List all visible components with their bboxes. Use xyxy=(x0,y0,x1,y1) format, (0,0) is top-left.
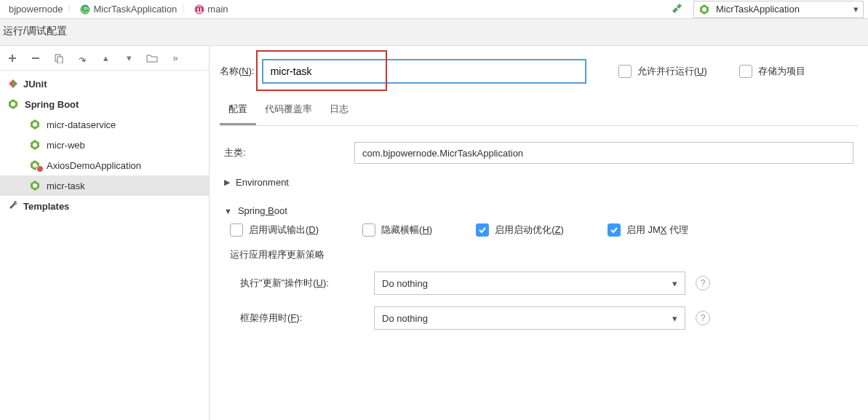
chevron-down-icon: ▾ xyxy=(672,313,677,324)
spring-boot-section-header[interactable]: ▼ Spring Boot xyxy=(224,205,853,216)
name-input[interactable] xyxy=(262,59,586,84)
on-frame-deactivate-value: Do nothing xyxy=(382,313,428,324)
svg-text:m: m xyxy=(196,4,204,14)
tree-node-child[interactable]: micr-web xyxy=(0,135,209,155)
junit-icon xyxy=(7,78,19,90)
name-label: 名称(N): xyxy=(220,65,255,78)
help-icon[interactable]: ? xyxy=(696,311,710,325)
enable-optimize-label: 启用启动优化(Z) xyxy=(495,223,564,237)
tab-logs[interactable]: 日志 xyxy=(321,97,357,125)
hide-banner-label: 隐藏横幅(H) xyxy=(381,223,432,237)
on-frame-deactivate-dropdown[interactable]: Do nothing ▾ xyxy=(374,306,685,330)
spring-boot-icon xyxy=(29,139,42,151)
allow-parallel-label: 允许并行运行(U) xyxy=(637,65,707,78)
config-form-panel: 名称(N): 允许并行运行(U) 存储为项目 配置 代码覆盖率 日志 主类: xyxy=(210,46,868,420)
build-icon[interactable] xyxy=(670,4,682,15)
chevron-down-icon: ▼ xyxy=(224,207,232,215)
svg-point-4 xyxy=(702,7,706,12)
remove-button[interactable] xyxy=(29,52,42,65)
tree-node-springboot[interactable]: Spring Boot xyxy=(0,94,209,114)
tree-node-junit[interactable]: JUnit xyxy=(0,74,209,94)
tree-label: micr-task xyxy=(47,181,85,191)
svg-point-9 xyxy=(33,122,37,127)
svg-rect-7 xyxy=(57,57,63,63)
breadcrumb-label: bjpowernode xyxy=(9,4,63,15)
breadcrumb-item[interactable]: m main xyxy=(190,4,232,15)
enable-debug-checkbox[interactable] xyxy=(230,223,243,237)
tree-node-templates[interactable]: Templates xyxy=(0,196,209,216)
tree-label: micr-web xyxy=(47,140,85,151)
breadcrumb-item[interactable]: bjpowernode xyxy=(4,4,67,15)
spring-boot-icon xyxy=(698,4,712,15)
enable-optimize-checkbox[interactable] xyxy=(476,223,489,237)
enable-jmx-label: 启用 JMX 代理 xyxy=(626,223,688,237)
svg-rect-5 xyxy=(32,58,39,59)
hide-banner-checkbox[interactable] xyxy=(362,223,375,237)
breadcrumb-bar: bjpowernode 〉 C MicrTaskApplication 〉 m … xyxy=(0,0,868,19)
store-project-label: 存储为项目 xyxy=(758,65,805,78)
up-button[interactable]: ▴ xyxy=(99,52,112,65)
enable-jmx-checkbox[interactable] xyxy=(608,223,621,237)
on-update-dropdown[interactable]: Do nothing ▾ xyxy=(374,272,685,295)
folder-button[interactable] xyxy=(146,52,159,65)
breadcrumb-label: MicrTaskApplication xyxy=(93,4,177,15)
tree-node-child-selected[interactable]: micr-task xyxy=(0,175,209,196)
svg-point-11 xyxy=(33,163,37,167)
svg-point-8 xyxy=(11,102,15,106)
tree-node-child[interactable]: AxiosDemoApplication xyxy=(0,155,209,175)
tree-label: JUnit xyxy=(23,79,47,90)
add-button[interactable] xyxy=(6,52,19,65)
environment-label: Environment xyxy=(236,177,289,188)
tree-toolbar: ▴ ▾ » xyxy=(0,46,209,71)
wrench-icon xyxy=(7,199,19,213)
spring-boot-label: Spring Boot xyxy=(238,205,287,216)
tree-label: Spring Boot xyxy=(25,99,79,110)
on-update-value: Do nothing xyxy=(382,278,428,289)
main-class-input[interactable]: com.bjpowernode.MicrTaskApplication xyxy=(354,142,853,164)
method-icon: m xyxy=(194,4,204,15)
class-icon: C xyxy=(80,4,90,15)
environment-section-header[interactable]: ▶ Environment xyxy=(224,177,853,188)
breadcrumb-label: main xyxy=(207,4,228,15)
run-config-label: MicrTaskApplication xyxy=(716,4,800,15)
store-project-checkbox[interactable] xyxy=(739,65,752,78)
edit-button[interactable] xyxy=(76,52,89,65)
dialog-title: 运行/调试配置 xyxy=(0,19,868,46)
on-frame-deactivate-label: 框架停用时(F): xyxy=(240,312,364,325)
tree-label: micr-dataservice xyxy=(47,119,116,130)
breadcrumb-item[interactable]: C MicrTaskApplication xyxy=(76,4,181,15)
expand-button[interactable]: » xyxy=(169,52,182,65)
allow-parallel-checkbox[interactable] xyxy=(618,65,632,78)
svg-text:C: C xyxy=(82,4,89,14)
on-update-label: 执行"更新"操作时(U): xyxy=(240,277,364,290)
breadcrumb-separator: 〉 xyxy=(67,3,76,15)
config-tree: JUnit Spring Boot micr-dataservice micr-… xyxy=(0,71,209,219)
tree-label: Templates xyxy=(23,201,69,212)
svg-point-10 xyxy=(33,143,37,147)
main-class-label: 主类: xyxy=(224,146,337,159)
enable-debug-label: 启用调试输出(D) xyxy=(249,223,319,237)
chevron-right-icon: ▶ xyxy=(224,178,230,187)
svg-point-12 xyxy=(33,183,37,188)
run-config-selector[interactable]: MicrTaskApplication ▾ xyxy=(693,1,864,18)
spring-boot-error-icon xyxy=(29,159,42,171)
help-icon[interactable]: ? xyxy=(696,276,710,290)
tabs: 配置 代码覆盖率 日志 xyxy=(220,97,858,126)
chevron-down-icon: ▾ xyxy=(672,278,677,289)
spring-boot-icon xyxy=(7,98,20,110)
down-button[interactable]: ▾ xyxy=(122,52,135,65)
spring-boot-icon xyxy=(29,180,42,191)
copy-button[interactable] xyxy=(52,52,65,65)
main-class-value: com.bjpowernode.MicrTaskApplication xyxy=(362,148,523,159)
spring-boot-icon xyxy=(29,119,42,130)
breadcrumb-separator: 〉 xyxy=(181,3,190,15)
chevron-down-icon: ▾ xyxy=(853,4,859,15)
tab-coverage[interactable]: 代码覆盖率 xyxy=(256,97,321,125)
update-policy-label: 运行应用程序更新策略 xyxy=(230,248,853,261)
tree-node-child[interactable]: micr-dataservice xyxy=(0,114,209,135)
tab-config[interactable]: 配置 xyxy=(220,97,256,125)
tree-label: AxiosDemoApplication xyxy=(47,160,141,171)
config-tree-panel: ▴ ▾ » JUnit Spring Boot micr-dataservice xyxy=(0,46,210,420)
